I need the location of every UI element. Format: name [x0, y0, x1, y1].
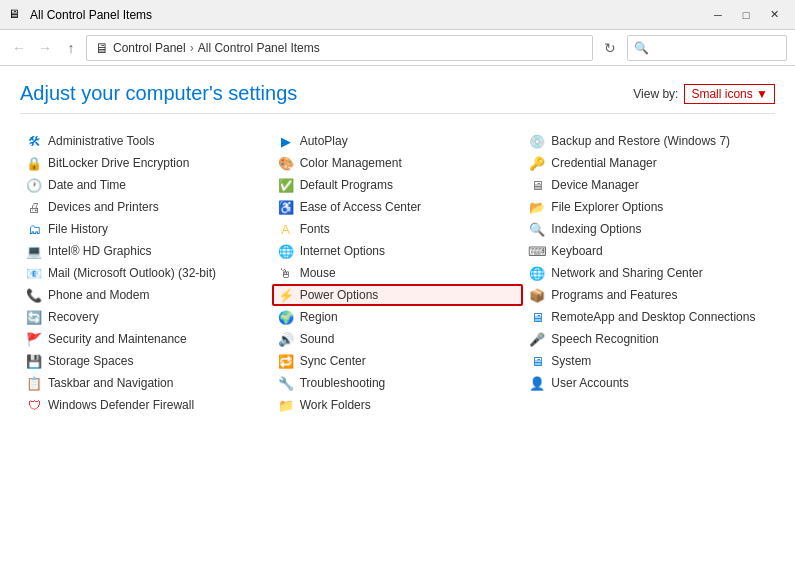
- cp-item-windows-defender[interactable]: 🛡Windows Defender Firewall: [20, 394, 272, 416]
- cp-item-work-folders[interactable]: 📁Work Folders: [272, 394, 524, 416]
- mail-outlook-icon: 📧: [26, 265, 42, 281]
- cp-item-storage-spaces[interactable]: 💾Storage Spaces: [20, 350, 272, 372]
- indexing-options-label: Indexing Options: [551, 222, 641, 236]
- mouse-label: Mouse: [300, 266, 336, 280]
- breadcrumb: Control Panel: [113, 41, 186, 55]
- cp-item-sync-center[interactable]: 🔁Sync Center: [272, 350, 524, 372]
- cp-item-region[interactable]: 🌍Region: [272, 306, 524, 328]
- cp-item-fonts[interactable]: AFonts: [272, 218, 524, 240]
- cp-item-mouse[interactable]: 🖱Mouse: [272, 262, 524, 284]
- cp-item-intel-hd[interactable]: 💻Intel® HD Graphics: [20, 240, 272, 262]
- device-manager-label: Device Manager: [551, 178, 638, 192]
- device-manager-icon: 🖥: [529, 177, 545, 193]
- cp-item-file-explorer-options[interactable]: 📂File Explorer Options: [523, 196, 775, 218]
- power-options-icon: ⚡: [278, 287, 294, 303]
- refresh-button[interactable]: ↻: [597, 35, 623, 61]
- cp-item-keyboard[interactable]: ⌨Keyboard: [523, 240, 775, 262]
- cp-item-internet-options[interactable]: 🌐Internet Options: [272, 240, 524, 262]
- windows-defender-icon: 🛡: [26, 397, 42, 413]
- taskbar-navigation-icon: 📋: [26, 375, 42, 391]
- search-box[interactable]: [627, 35, 787, 61]
- fonts-icon: A: [278, 221, 294, 237]
- search-input[interactable]: [634, 41, 784, 55]
- recovery-label: Recovery: [48, 310, 99, 324]
- credential-manager-icon: 🔑: [529, 155, 545, 171]
- internet-options-label: Internet Options: [300, 244, 385, 258]
- maximize-button[interactable]: □: [733, 4, 759, 26]
- close-button[interactable]: ✕: [761, 4, 787, 26]
- forward-button[interactable]: →: [34, 37, 56, 59]
- up-button[interactable]: ↑: [60, 37, 82, 59]
- mouse-icon: 🖱: [278, 265, 294, 281]
- cp-item-recovery[interactable]: 🔄Recovery: [20, 306, 272, 328]
- speech-recognition-icon: 🎤: [529, 331, 545, 347]
- view-by-container: View by: Small icons ▼: [633, 84, 775, 104]
- system-label: System: [551, 354, 591, 368]
- cp-item-troubleshooting[interactable]: 🔧Troubleshooting: [272, 372, 524, 394]
- cp-item-speech-recognition[interactable]: 🎤Speech Recognition: [523, 328, 775, 350]
- internet-options-icon: 🌐: [278, 243, 294, 259]
- cp-item-user-accounts[interactable]: 👤User Accounts: [523, 372, 775, 394]
- cp-item-credential-manager[interactable]: 🔑Credential Manager: [523, 152, 775, 174]
- cp-item-backup-restore[interactable]: 💿Backup and Restore (Windows 7): [523, 130, 775, 152]
- cp-item-bitlocker[interactable]: 🔒BitLocker Drive Encryption: [20, 152, 272, 174]
- date-time-label: Date and Time: [48, 178, 126, 192]
- sound-label: Sound: [300, 332, 335, 346]
- cp-item-date-time[interactable]: 🕐Date and Time: [20, 174, 272, 196]
- column-3: 💿Backup and Restore (Windows 7)🔑Credenti…: [523, 130, 775, 416]
- bitlocker-icon: 🔒: [26, 155, 42, 171]
- admin-tools-label: Administrative Tools: [48, 134, 155, 148]
- power-options-label: Power Options: [300, 288, 379, 302]
- cp-item-taskbar-navigation[interactable]: 📋Taskbar and Navigation: [20, 372, 272, 394]
- remoteapp-icon: 🖥: [529, 309, 545, 325]
- breadcrumb-current: All Control Panel Items: [198, 41, 320, 55]
- intel-hd-icon: 💻: [26, 243, 42, 259]
- cp-item-network-sharing[interactable]: 🌐Network and Sharing Center: [523, 262, 775, 284]
- cp-item-phone-modem[interactable]: 📞Phone and Modem: [20, 284, 272, 306]
- bitlocker-label: BitLocker Drive Encryption: [48, 156, 189, 170]
- color-management-label: Color Management: [300, 156, 402, 170]
- address-path[interactable]: 🖥 Control Panel › All Control Panel Item…: [86, 35, 593, 61]
- cp-item-file-history[interactable]: 🗂File History: [20, 218, 272, 240]
- cp-item-device-manager[interactable]: 🖥Device Manager: [523, 174, 775, 196]
- taskbar-navigation-label: Taskbar and Navigation: [48, 376, 173, 390]
- cp-item-remoteapp[interactable]: 🖥RemoteApp and Desktop Connections: [523, 306, 775, 328]
- cp-item-devices-printers[interactable]: 🖨Devices and Printers: [20, 196, 272, 218]
- cp-item-admin-tools[interactable]: 🛠Administrative Tools: [20, 130, 272, 152]
- backup-restore-label: Backup and Restore (Windows 7): [551, 134, 730, 148]
- file-history-icon: 🗂: [26, 221, 42, 237]
- cp-item-ease-access[interactable]: ♿Ease of Access Center: [272, 196, 524, 218]
- cp-item-programs-features[interactable]: 📦Programs and Features: [523, 284, 775, 306]
- phone-modem-icon: 📞: [26, 287, 42, 303]
- ease-access-label: Ease of Access Center: [300, 200, 421, 214]
- cp-item-default-programs[interactable]: ✅Default Programs: [272, 174, 524, 196]
- cp-item-color-management[interactable]: 🎨Color Management: [272, 152, 524, 174]
- back-button[interactable]: ←: [8, 37, 30, 59]
- keyboard-icon: ⌨: [529, 243, 545, 259]
- cp-item-system[interactable]: 🖥System: [523, 350, 775, 372]
- page-title: Adjust your computer's settings: [20, 82, 297, 105]
- view-by-dropdown[interactable]: Small icons ▼: [684, 84, 775, 104]
- remoteapp-label: RemoteApp and Desktop Connections: [551, 310, 755, 324]
- file-history-label: File History: [48, 222, 108, 236]
- cp-item-security-maintenance[interactable]: 🚩Security and Maintenance: [20, 328, 272, 350]
- cp-item-indexing-options[interactable]: 🔍Indexing Options: [523, 218, 775, 240]
- speech-recognition-label: Speech Recognition: [551, 332, 658, 346]
- region-label: Region: [300, 310, 338, 324]
- minimize-button[interactable]: ─: [705, 4, 731, 26]
- window-icon: 🖥: [8, 7, 24, 23]
- cp-item-autoplay[interactable]: ▶AutoPlay: [272, 130, 524, 152]
- recovery-icon: 🔄: [26, 309, 42, 325]
- color-management-icon: 🎨: [278, 155, 294, 171]
- sync-center-label: Sync Center: [300, 354, 366, 368]
- cp-item-mail-outlook[interactable]: 📧Mail (Microsoft Outlook) (32-bit): [20, 262, 272, 284]
- file-explorer-options-icon: 📂: [529, 199, 545, 215]
- cp-item-sound[interactable]: 🔊Sound: [272, 328, 524, 350]
- keyboard-label: Keyboard: [551, 244, 602, 258]
- cp-item-power-options[interactable]: ⚡Power Options: [272, 284, 524, 306]
- region-icon: 🌍: [278, 309, 294, 325]
- work-folders-icon: 📁: [278, 397, 294, 413]
- devices-printers-icon: 🖨: [26, 199, 42, 215]
- autoplay-icon: ▶: [278, 133, 294, 149]
- indexing-options-icon: 🔍: [529, 221, 545, 237]
